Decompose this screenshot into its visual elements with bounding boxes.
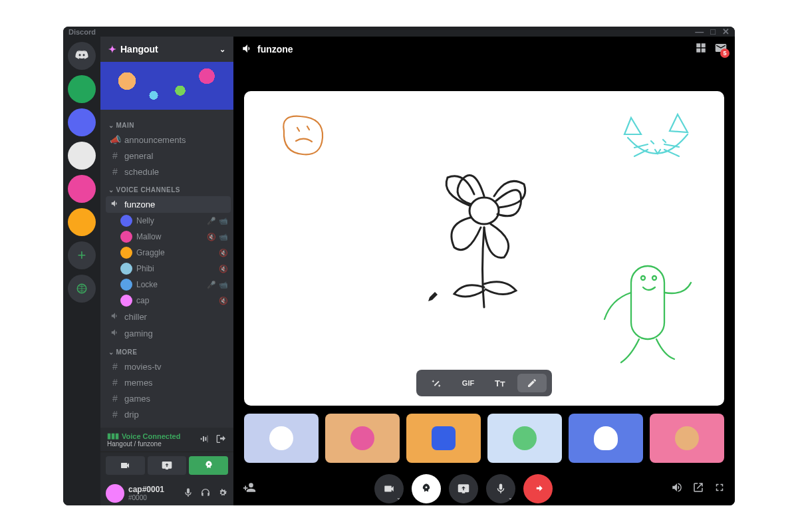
inbox-icon[interactable]: 5 — [715, 42, 727, 57]
participant-tile[interactable] — [650, 414, 724, 463]
voice-member[interactable]: Nelly 🎤 📹 — [106, 213, 231, 229]
drawing-canvas[interactable]: GIF Tᴛ — [244, 91, 724, 406]
hash-icon: # — [110, 150, 120, 161]
noise-suppression-icon[interactable] — [199, 434, 209, 446]
signal-icon: ▮▮▮ — [107, 432, 119, 440]
chevron-down-icon: ⌄ — [108, 186, 114, 194]
voice-channel-funzone[interactable]: funzone — [106, 196, 231, 213]
pencil-tool-button[interactable] — [517, 374, 547, 392]
grid-view-icon[interactable] — [695, 42, 707, 57]
window-controls: — □ ✕ — [695, 27, 730, 37]
close-icon[interactable]: ✕ — [722, 27, 730, 37]
server-item[interactable] — [68, 108, 96, 136]
avatar — [120, 295, 132, 307]
mic-muted-icon: 🔇 — [219, 297, 228, 305]
chevron-down-icon: ⌄ — [108, 348, 114, 356]
voice-member[interactable]: Graggle 🔇 — [106, 245, 231, 261]
avatar — [120, 279, 132, 291]
channel-title: funzone — [257, 44, 293, 55]
server-name: Hangout — [120, 44, 158, 55]
titlebar-app-name: Discord — [68, 28, 96, 36]
sketch-face — [271, 104, 337, 171]
camera-icon: 📹 — [219, 233, 228, 241]
channel-drip[interactable]: # drip — [106, 406, 231, 422]
screenshare-button[interactable] — [148, 456, 187, 475]
megaphone-icon: 📣 — [110, 134, 120, 145]
channel-memes[interactable]: # memes — [106, 374, 231, 390]
voice-member[interactable]: Mallow 🔇 📹 — [106, 229, 231, 245]
text-tool-button[interactable]: Tᴛ — [485, 374, 515, 392]
activity-stage: GIF Tᴛ — [233, 62, 735, 469]
hash-icon: # — [110, 377, 120, 388]
server-banner — [100, 62, 233, 110]
inbox-badge: 5 — [720, 49, 730, 58]
volume-icon[interactable] — [671, 481, 683, 496]
sketch-cat — [611, 98, 704, 184]
channel-movies-tv[interactable]: # movies-tv — [106, 358, 231, 374]
channel-announcements[interactable]: 📣 announcements — [106, 132, 231, 148]
hash-icon: # — [110, 166, 120, 177]
drawing-toolbar: GIF Tᴛ — [416, 370, 552, 396]
category-more[interactable]: ⌄ More — [106, 342, 231, 358]
voice-member[interactable]: Phibi 🔇 — [106, 261, 231, 277]
participant-tile[interactable] — [487, 414, 562, 463]
screenshare-call-button[interactable] — [449, 474, 478, 503]
sketch-hotdog — [591, 253, 698, 372]
minimize-icon[interactable]: — — [695, 27, 704, 37]
participant-tile[interactable] — [244, 414, 319, 463]
disconnect-call-button[interactable] — [523, 474, 553, 503]
disconnect-icon[interactable] — [216, 434, 227, 446]
server-item[interactable] — [68, 75, 96, 103]
voice-member[interactable]: Locke 🎤 📹 — [106, 277, 231, 293]
speaker-icon — [241, 43, 253, 57]
mic-muted-icon: 🔇 — [219, 249, 228, 257]
maximize-icon[interactable]: □ — [710, 27, 716, 37]
activity-launch-button[interactable] — [412, 474, 441, 503]
chevron-down-icon[interactable]: ⌄ — [219, 45, 225, 54]
invite-icon[interactable] — [243, 485, 256, 496]
titlebar: Discord — □ ✕ — [63, 27, 735, 37]
category-voice[interactable]: ⌄ Voice Channels — [106, 180, 231, 196]
fullscreen-icon[interactable] — [714, 481, 726, 496]
avatar — [120, 215, 132, 227]
speaker-icon — [110, 199, 120, 210]
camera-button[interactable]: ⌄ — [374, 474, 404, 503]
camera-icon: 📹 — [219, 217, 228, 225]
participant-tile[interactable] — [325, 414, 400, 463]
deafen-icon[interactable] — [200, 487, 211, 500]
video-button[interactable] — [106, 456, 145, 475]
add-server-button[interactable]: + — [68, 241, 96, 269]
channel-general[interactable]: # general — [106, 148, 231, 164]
home-button[interactable] — [68, 42, 96, 70]
user-avatar[interactable] — [106, 484, 124, 503]
server-item[interactable] — [68, 175, 96, 203]
server-item[interactable] — [68, 142, 96, 170]
voice-channel-gaming[interactable]: gaming — [106, 325, 231, 342]
mic-muted-icon: 🔇 — [207, 233, 216, 241]
mute-mic-icon[interactable] — [183, 487, 194, 500]
mic-call-button[interactable]: ⌄ — [486, 474, 515, 503]
voice-member[interactable]: cap 🔇 — [106, 293, 231, 309]
popout-icon[interactable] — [692, 481, 704, 496]
explore-button[interactable] — [68, 275, 96, 303]
voice-channel-chiller[interactable]: chiller — [106, 309, 231, 325]
category-main[interactable]: ⌄ Main — [106, 115, 231, 132]
server-item[interactable] — [68, 208, 96, 236]
mic-muted-icon: 🔇 — [219, 265, 228, 273]
app-window: Discord — □ ✕ + ✦ — [63, 27, 735, 505]
voice-status: ▮▮▮ Voice Connected — [107, 432, 180, 440]
participant-tile[interactable] — [569, 414, 643, 463]
activity-button[interactable] — [189, 456, 228, 475]
channel-games[interactable]: # games — [106, 390, 231, 406]
chevron-down-icon: ⌄ — [508, 495, 513, 501]
magic-wand-button[interactable] — [422, 374, 451, 392]
drawings — [244, 91, 724, 406]
server-header[interactable]: ✦ Hangout ⌄ — [100, 37, 233, 62]
voice-sub: Hangout / funzone — [107, 440, 180, 448]
participant-tile[interactable] — [406, 414, 481, 463]
gif-button[interactable]: GIF — [454, 374, 483, 392]
speaker-icon — [110, 328, 120, 339]
settings-icon[interactable] — [217, 487, 228, 500]
channel-schedule[interactable]: # schedule — [106, 164, 231, 180]
user-name: cap#0001 — [128, 485, 164, 494]
